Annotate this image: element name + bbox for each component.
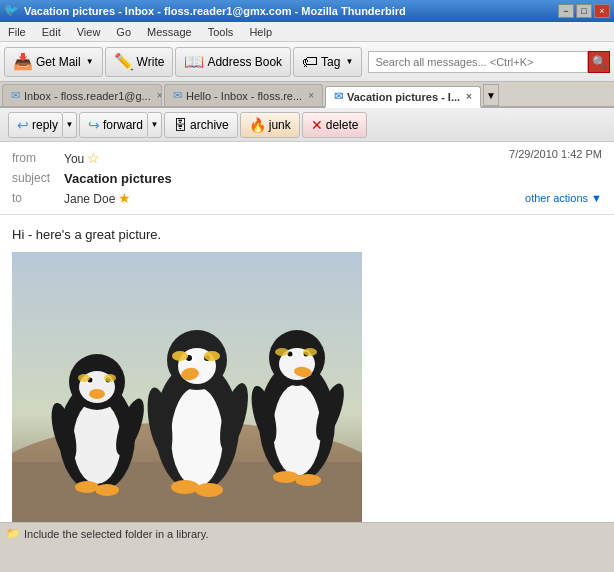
reply-icon: ↩ xyxy=(17,117,29,133)
reply-button[interactable]: ↩ reply xyxy=(8,112,63,138)
tag-button[interactable]: 🏷 Tag ▼ xyxy=(293,47,362,77)
junk-label: junk xyxy=(269,118,291,132)
header-subject-row: subject Vacation pictures xyxy=(12,168,602,188)
svg-point-12 xyxy=(78,374,90,382)
tab-hello-icon: ✉ xyxy=(173,89,182,102)
email-header: from You☆ 7/29/2010 1:42 PM subject Vaca… xyxy=(0,142,614,215)
tab-scroll-button[interactable]: ▼ xyxy=(483,84,499,106)
svg-point-17 xyxy=(95,484,119,496)
svg-point-47 xyxy=(295,474,321,486)
tab-inbox-icon: ✉ xyxy=(11,89,20,102)
app-icon: 🐦 xyxy=(4,3,20,19)
tag-icon: 🏷 xyxy=(302,53,318,71)
tag-arrow: ▼ xyxy=(345,57,353,66)
search-input[interactable] xyxy=(368,51,588,73)
menu-file[interactable]: File xyxy=(0,24,34,40)
close-button[interactable]: × xyxy=(594,4,610,18)
tab-vacation-close[interactable]: × xyxy=(466,91,472,102)
window-title: Vacation pictures - Inbox - floss.reader… xyxy=(24,5,558,17)
tab-hello-close[interactable]: × xyxy=(308,90,314,101)
from-value: You☆ xyxy=(64,150,100,166)
reply-label: reply xyxy=(32,118,58,132)
address-book-icon: 📖 xyxy=(184,52,204,71)
address-book-label: Address Book xyxy=(207,55,282,69)
menu-bar: File Edit View Go Message Tools Help xyxy=(0,22,614,42)
svg-point-32 xyxy=(195,483,223,497)
tab-vacation-icon: ✉ xyxy=(334,90,343,103)
tag-label: Tag xyxy=(321,55,340,69)
email-image xyxy=(12,252,362,522)
write-button[interactable]: ✏️ Write xyxy=(105,47,174,77)
menu-help[interactable]: Help xyxy=(241,24,280,40)
other-actions-button[interactable]: other actions ▼ xyxy=(525,192,602,204)
status-text: Include the selected folder in a library… xyxy=(24,528,208,540)
reply-arrow[interactable]: ▼ xyxy=(63,112,77,138)
minimize-button[interactable]: − xyxy=(558,4,574,18)
email-body-text: Hi - here's a great picture. xyxy=(12,227,602,242)
menu-go[interactable]: Go xyxy=(108,24,139,40)
tab-vacation-label: Vacation pictures - I... xyxy=(347,91,460,103)
tab-hello[interactable]: ✉ Hello - Inbox - floss.re... × xyxy=(164,84,323,106)
tab-vacation[interactable]: ✉ Vacation pictures - I... × xyxy=(325,86,481,108)
delete-button[interactable]: ✕ delete xyxy=(302,112,368,138)
tab-inbox[interactable]: ✉ Inbox - floss.reader1@g... × xyxy=(2,84,162,106)
junk-button[interactable]: 🔥 junk xyxy=(240,112,300,138)
status-bar: 📁 Include the selected folder in a libra… xyxy=(0,522,614,544)
write-icon: ✏️ xyxy=(114,52,134,71)
to-label: to xyxy=(12,191,64,205)
write-label: Write xyxy=(137,55,165,69)
reply-group: ↩ reply ▼ xyxy=(8,112,77,138)
status-icon: 📁 xyxy=(6,527,20,540)
search-button[interactable]: 🔍 xyxy=(588,51,610,73)
archive-icon: 🗄 xyxy=(173,117,187,133)
menu-message[interactable]: Message xyxy=(139,24,200,40)
header-to-row: to Jane Doe★ other actions ▼ xyxy=(12,188,602,208)
forward-button[interactable]: ↪ forward xyxy=(79,112,148,138)
maximize-button[interactable]: □ xyxy=(576,4,592,18)
menu-tools[interactable]: Tools xyxy=(200,24,242,40)
archive-button[interactable]: 🗄 archive xyxy=(164,112,238,138)
svg-point-7 xyxy=(89,389,105,399)
search-box: 🔍 xyxy=(368,51,610,73)
get-mail-icon: 📥 xyxy=(13,52,33,71)
to-star[interactable]: ★ xyxy=(118,190,131,206)
get-mail-group: 📥 Get Mail ▼ xyxy=(4,47,103,77)
menu-edit[interactable]: Edit xyxy=(34,24,69,40)
delete-label: delete xyxy=(326,118,359,132)
get-mail-label: Get Mail xyxy=(36,55,81,69)
svg-point-19 xyxy=(171,387,223,487)
svg-point-43 xyxy=(303,348,317,356)
delete-icon: ✕ xyxy=(311,117,323,133)
tab-hello-label: Hello - Inbox - floss.re... xyxy=(186,90,302,102)
from-star[interactable]: ☆ xyxy=(87,150,100,166)
menu-view[interactable]: View xyxy=(69,24,109,40)
junk-icon: 🔥 xyxy=(249,117,266,133)
svg-point-28 xyxy=(204,351,220,361)
svg-point-31 xyxy=(171,480,199,494)
archive-label: archive xyxy=(190,118,229,132)
svg-point-46 xyxy=(273,471,299,483)
get-mail-button[interactable]: 📥 Get Mail ▼ xyxy=(4,47,103,77)
subject-value: Vacation pictures xyxy=(64,171,172,186)
title-bar: 🐦 Vacation pictures - Inbox - floss.read… xyxy=(0,0,614,22)
email-datetime: 7/29/2010 1:42 PM xyxy=(509,148,602,160)
forward-icon: ↪ xyxy=(88,117,100,133)
window-controls: − □ × xyxy=(558,4,610,18)
forward-label: forward xyxy=(103,118,143,132)
tab-inbox-close[interactable]: × xyxy=(157,90,162,101)
to-value: Jane Doe★ xyxy=(64,190,131,206)
email-body: Hi - here's a great picture. xyxy=(0,215,614,522)
forward-arrow[interactable]: ▼ xyxy=(148,112,162,138)
tabs-bar: ✉ Inbox - floss.reader1@g... × ✉ Hello -… xyxy=(0,82,614,108)
svg-point-4 xyxy=(73,400,121,484)
forward-group: ↪ forward ▼ xyxy=(79,112,162,138)
tag-group: 🏷 Tag ▼ xyxy=(293,47,362,77)
svg-point-42 xyxy=(275,348,289,356)
subject-label: subject xyxy=(12,171,64,185)
svg-point-34 xyxy=(273,384,321,476)
address-book-button[interactable]: 📖 Address Book xyxy=(175,47,291,77)
header-from-row: from You☆ 7/29/2010 1:42 PM xyxy=(12,148,602,168)
action-bar: ↩ reply ▼ ↪ forward ▼ 🗄 archive 🔥 junk ✕… xyxy=(0,108,614,142)
main-toolbar: 📥 Get Mail ▼ ✏️ Write 📖 Address Book 🏷 T… xyxy=(0,42,614,82)
from-label: from xyxy=(12,151,64,165)
